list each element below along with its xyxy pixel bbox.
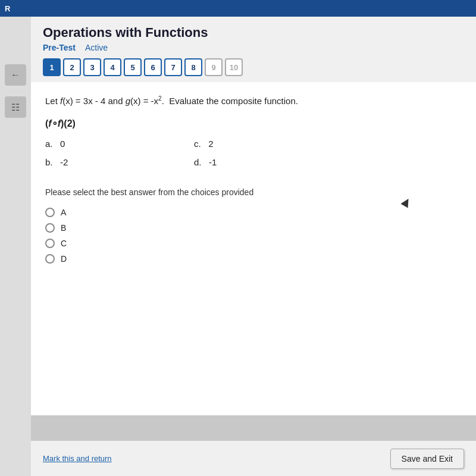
composite-label: (f∘f)(2) xyxy=(45,118,462,129)
nav-icon[interactable]: ← xyxy=(5,64,26,86)
question-text: Let f(x) = 3x - 4 and g(x) = -x2. Evalua… xyxy=(45,94,462,108)
radio-item-a[interactable]: A xyxy=(45,208,462,217)
answer-c: c. 2 xyxy=(194,136,343,151)
save-exit-button[interactable]: Save and Exit xyxy=(390,449,464,469)
radio-circle-c[interactable] xyxy=(45,239,55,248)
question-area: Let f(x) = 3x - 4 and g(x) = -x2. Evalua… xyxy=(31,82,476,415)
question-btn-7[interactable]: 7 xyxy=(164,58,182,76)
question-btn-9: 9 xyxy=(205,58,223,76)
question-numbers: 12345678910 xyxy=(43,58,464,82)
page-title: Operations with Functions xyxy=(43,25,464,40)
active-label: Active xyxy=(85,43,108,52)
radio-item-b[interactable]: B xyxy=(45,223,462,233)
answer-d: d. -1 xyxy=(194,155,343,170)
radio-circle-d[interactable] xyxy=(45,254,55,264)
question-btn-6[interactable]: 6 xyxy=(144,58,162,76)
answer-b: b. -2 xyxy=(45,155,194,170)
pretest-label: Pre-Test xyxy=(43,43,76,52)
radio-label-d: D xyxy=(61,254,67,264)
radio-item-c[interactable]: C xyxy=(45,239,462,248)
answer-a: a. 0 xyxy=(45,136,194,151)
top-bar-label: R xyxy=(5,4,10,13)
bottom-bar: Mark this and return Save and Exit xyxy=(31,440,476,476)
sidebar: ← ☷ xyxy=(0,17,31,476)
radio-label-a: A xyxy=(61,208,66,217)
grid-icon[interactable]: ☷ xyxy=(5,96,26,118)
radio-item-d[interactable]: D xyxy=(45,254,462,264)
radio-label-b: B xyxy=(61,223,66,233)
question-btn-1[interactable]: 1 xyxy=(43,58,61,76)
content-wrapper: Operations with Functions Pre-Test Activ… xyxy=(31,17,476,415)
question-btn-2[interactable]: 2 xyxy=(63,58,81,76)
mark-return-link[interactable]: Mark this and return xyxy=(43,454,112,463)
main-content-header: Operations with Functions Pre-Test Activ… xyxy=(31,17,476,82)
select-prompt: Please select the best answer from the c… xyxy=(45,187,462,197)
question-btn-3[interactable]: 3 xyxy=(83,58,101,76)
radio-group: A B C D xyxy=(45,208,462,264)
radio-circle-b[interactable] xyxy=(45,223,55,233)
question-btn-5[interactable]: 5 xyxy=(124,58,142,76)
top-bar: R xyxy=(0,0,476,17)
cursor-indicator xyxy=(400,196,412,208)
subtitle-row: Pre-Test Active xyxy=(43,43,464,52)
answers-grid: a. 0 c. 2 b. -2 d. -1 xyxy=(45,136,343,170)
radio-circle-a[interactable] xyxy=(45,208,55,217)
question-btn-8[interactable]: 8 xyxy=(184,58,202,76)
radio-label-c: C xyxy=(61,239,67,248)
question-btn-4[interactable]: 4 xyxy=(104,58,121,76)
question-btn-10: 10 xyxy=(225,58,243,76)
